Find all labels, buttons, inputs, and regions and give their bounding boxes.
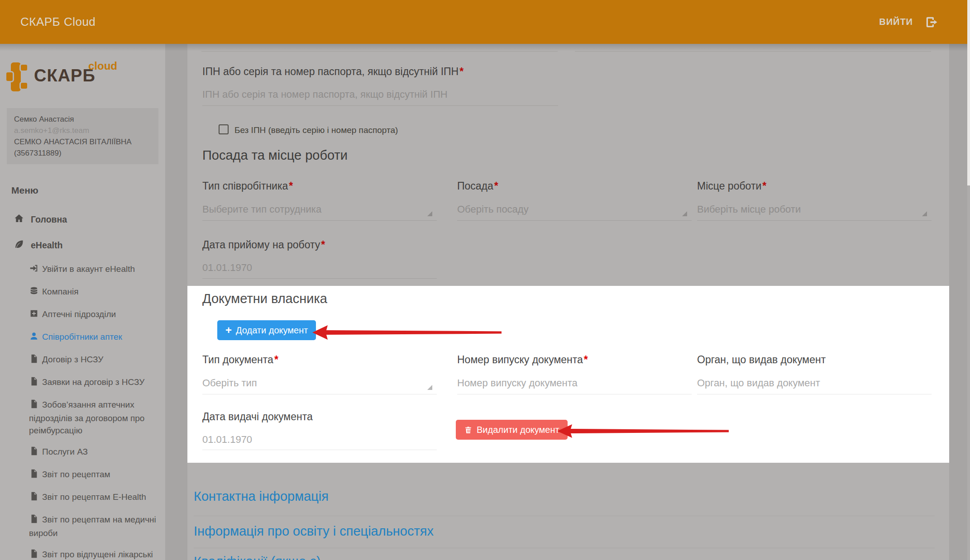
sidebar-item[interactable]: Аптечні підрозділи	[0, 304, 165, 326]
sidebar-item[interactable]: Компанія	[0, 281, 165, 304]
skarb-logo-icon	[6, 62, 29, 91]
doc-number-label: Номер випуску документа	[457, 354, 588, 366]
vertical-scrollbar[interactable]	[967, 0, 970, 560]
app-title: СКАРБ Cloud	[20, 15, 96, 29]
field-underline	[457, 220, 692, 221]
field-underline	[202, 220, 437, 221]
file-icon	[29, 491, 39, 504]
select-caret-icon	[427, 211, 432, 216]
field-underline	[697, 220, 932, 221]
field-underline	[202, 394, 437, 394]
user-name: Семко Анастасія	[14, 114, 151, 125]
no-ipn-checkbox-label: Без ІПН (введіть серію і номер паспорта)	[234, 125, 398, 135]
hire-date-label: Дата прийому на роботу	[202, 239, 325, 251]
logout-button[interactable]: ВИЙТИ	[879, 15, 938, 29]
plus-icon	[225, 325, 232, 336]
sidebar-item-label: Заявки на договір з НСЗУ	[42, 377, 144, 387]
doc-number-input[interactable]: Номер випуску документа	[457, 377, 578, 389]
hire-date-input[interactable]: 01.01.1970	[202, 262, 252, 274]
user-full-name: СЕМКО АНАСТАСІЯ ВІТАЛІЇВНА	[14, 136, 151, 147]
field-underline	[202, 278, 437, 279]
leaf-icon	[14, 239, 24, 252]
position-label: Посада	[457, 180, 498, 192]
sidebar-item-label: Зобов’язання аптечних підрозділів за дог…	[29, 400, 144, 435]
brand-logo[interactable]: СКАРБ cloud	[6, 59, 165, 93]
sidebar-item[interactable]: Звіт по рецептам	[0, 464, 165, 486]
position-select[interactable]: Оберіть посаду	[457, 204, 529, 215]
file-icon	[29, 376, 39, 389]
sidebar-item-label: Послуги АЗ	[42, 447, 88, 456]
sidebar-item[interactable]: Заявки на договір з НСЗУ	[0, 371, 165, 394]
position-section-heading: Посада та місце роботи	[202, 148, 348, 163]
no-ipn-checkbox[interactable]	[219, 124, 229, 134]
employee-type-label: Тип співробітника	[202, 180, 293, 192]
contact-info-link[interactable]: Контактна інформація	[194, 489, 329, 504]
qualifications-link[interactable]: Кваліфікації (якщо є)	[194, 554, 321, 560]
employee-type-select[interactable]: Выберите тип сотрудника	[202, 204, 321, 215]
sidebar-item-label: Компанія	[42, 287, 79, 296]
documents-section-heading: Докуметни власника	[202, 291, 327, 306]
sign-out-icon	[925, 15, 938, 29]
sidebar-item[interactable]: eHealth	[0, 233, 165, 258]
doc-issuer-label: Орган, що видав документ	[697, 354, 826, 366]
menu-heading: Меню	[11, 185, 165, 196]
home-icon	[14, 213, 24, 226]
doc-issuer-input[interactable]: Орган, що видав документ	[697, 377, 820, 389]
file-icon	[29, 469, 39, 482]
ipn-input[interactable]: ІПН або серія та номер паспорта, якщо ві…	[202, 89, 448, 100]
delete-document-button[interactable]: Видалити документ	[456, 420, 568, 440]
sidebar-item-label: Звіт по рецептам	[42, 470, 110, 479]
ipn-input-underline	[202, 105, 558, 106]
sidebar-item[interactable]: Співробітники аптек	[0, 326, 165, 349]
main-content: ІПН або серія та номер паспорта, якщо ві…	[187, 44, 949, 560]
sidebar-item-label: Договір з НСЗУ	[42, 355, 103, 364]
sidebar-item[interactable]: Звіт по рецептам на медичні вироби	[0, 509, 165, 544]
sidebar-item[interactable]: Звіт про відпущені лікарські засоби та ї…	[0, 544, 165, 560]
separator	[194, 516, 935, 516]
file-icon	[29, 354, 39, 367]
brand-suffix: cloud	[88, 60, 117, 72]
select-caret-icon	[427, 385, 432, 390]
field-underline	[202, 450, 437, 450]
owner-documents-section: Докуметни власника Додати документ Тип д…	[187, 286, 949, 463]
user-info-card: Семко Анастасія a.semko+1@rks.team СЕМКО…	[7, 108, 158, 164]
sidebar-item[interactable]: Головна	[0, 207, 165, 233]
user-id: (3567311889)	[14, 147, 151, 159]
sidebar: СКАРБ cloud Семко Анастасія a.semko+1@rk…	[0, 44, 165, 560]
sidebar-item-label: Головна	[31, 214, 67, 224]
file-icon	[29, 514, 39, 527]
user-email: a.semko+1@rks.team	[14, 125, 151, 136]
sign-in-icon	[29, 263, 39, 276]
separator	[194, 548, 935, 548]
annotation-arrow-delete-document	[555, 423, 731, 439]
database-icon	[29, 286, 39, 299]
doc-type-select[interactable]: Оберіть тип	[202, 377, 257, 389]
field-underline	[575, 51, 931, 52]
sidebar-item-label: eHealth	[31, 240, 62, 250]
file-icon	[29, 549, 39, 560]
education-info-link[interactable]: Інформація про освіту і спеціальностях	[194, 524, 434, 539]
plus-square-icon	[29, 308, 39, 322]
sidebar-item[interactable]: Договір з НСЗУ	[0, 349, 165, 371]
sidebar-item-label: Звіт по рецептам E-Health	[42, 492, 146, 502]
app-window: СКАРБ Cloud ВИЙТИ СКАРБ cloud Семко Анас…	[0, 0, 970, 560]
trash-icon	[464, 426, 473, 434]
ipn-label: ІПН або серія та номер паспорта, якщо ві…	[202, 66, 463, 78]
issue-date-input[interactable]: 01.01.1970	[202, 434, 252, 446]
sidebar-item-label: Увійти в акаунт eHealth	[42, 264, 135, 274]
add-document-button[interactable]: Додати документ	[217, 320, 316, 340]
sidebar-item[interactable]: Послуги АЗ	[0, 441, 165, 464]
field-underline	[201, 51, 558, 52]
workplace-select[interactable]: Виберіть місце роботи	[697, 204, 801, 215]
sidebar-item[interactable]: Зобов’язання аптечних підрозділів за дог…	[0, 394, 165, 441]
doc-type-label: Тип документа	[202, 354, 278, 366]
scrollbar-thumb[interactable]	[967, 0, 970, 185]
sidebar-menu: ГоловнаeHealthУвійти в акаунт eHealthКом…	[0, 207, 165, 560]
pharmacist-icon	[29, 331, 39, 344]
workplace-label: Місце роботи	[697, 180, 766, 192]
select-caret-icon	[682, 211, 687, 216]
sidebar-item[interactable]: Увійти в акаунт eHealth	[0, 258, 165, 281]
logout-label: ВИЙТИ	[879, 17, 913, 27]
sidebar-item[interactable]: Звіт по рецептам E-Health	[0, 486, 165, 509]
field-underline	[697, 394, 932, 394]
